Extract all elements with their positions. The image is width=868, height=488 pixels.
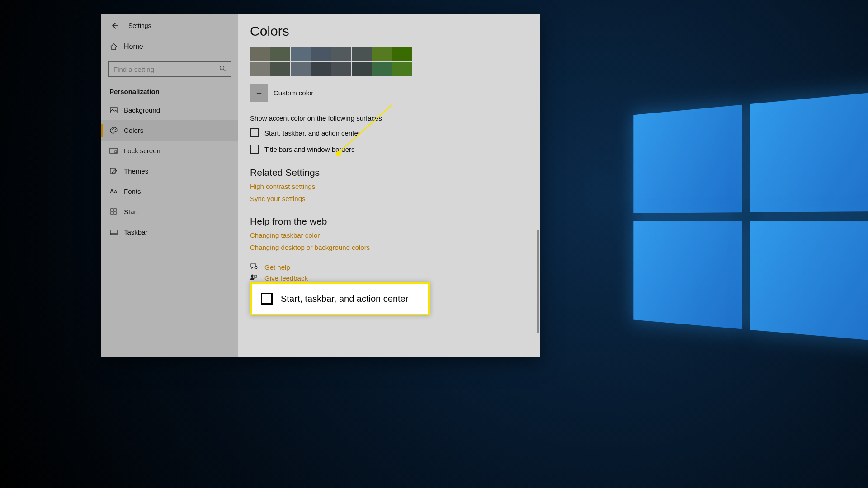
sidebar-section-label: Personalization	[101, 81, 238, 100]
sidebar: Settings Home Personalization Background…	[101, 14, 238, 357]
home-icon	[109, 43, 118, 51]
color-swatch[interactable]	[392, 62, 412, 76]
svg-rect-13	[110, 168, 115, 173]
checkbox-start-taskbar-action-center[interactable]: Start, taskbar, and action center	[250, 128, 528, 137]
color-swatch[interactable]	[372, 62, 392, 76]
sidebar-item-background[interactable]: Background	[101, 100, 238, 120]
taskbar-icon	[109, 230, 118, 235]
search-icon	[219, 65, 226, 73]
color-swatch[interactable]	[331, 47, 351, 61]
settings-window: Settings Home Personalization Background…	[101, 14, 540, 357]
help-heading: Help from the web	[250, 216, 528, 227]
checkbox-icon	[250, 145, 259, 154]
annotation-dot	[336, 151, 341, 156]
sidebar-item-label: Start	[124, 208, 138, 216]
svg-point-5	[220, 66, 224, 70]
themes-icon	[109, 168, 118, 175]
color-swatches	[250, 47, 528, 76]
color-swatch[interactable]	[372, 47, 392, 61]
app-title: Settings	[128, 22, 151, 29]
chat-icon	[250, 263, 258, 271]
color-swatch[interactable]	[352, 47, 372, 61]
sidebar-item-label: Lock screen	[124, 147, 160, 155]
sidebar-item-themes[interactable]: Themes	[101, 161, 238, 181]
color-swatch[interactable]	[311, 47, 331, 61]
lock-screen-icon	[109, 148, 118, 154]
search-box[interactable]	[108, 61, 231, 77]
fonts-icon: AA	[109, 188, 118, 195]
palette-icon	[109, 127, 118, 134]
checkbox-icon	[261, 293, 273, 305]
callout-label: Start, taskbar, and action center	[281, 294, 408, 304]
link-sync-settings[interactable]: Sync your settings	[250, 195, 528, 202]
checkbox-label: Start, taskbar, and action center	[264, 129, 360, 137]
color-swatch[interactable]	[270, 62, 290, 76]
color-swatch[interactable]	[352, 62, 372, 76]
svg-point-9	[113, 128, 114, 129]
scrollbar-thumb[interactable]	[537, 230, 539, 333]
custom-color-label: Custom color	[274, 89, 313, 97]
related-settings-heading: Related Settings	[250, 167, 528, 178]
link-help-desktop-colors[interactable]: Changing desktop or background colors	[250, 244, 528, 251]
color-swatch[interactable]	[270, 47, 290, 61]
sidebar-home[interactable]: Home	[101, 37, 238, 56]
svg-point-21	[251, 275, 254, 277]
sidebar-item-fonts[interactable]: AA Fonts	[101, 181, 238, 202]
sidebar-item-taskbar[interactable]: Taskbar	[101, 222, 238, 242]
search-input[interactable]	[113, 66, 219, 73]
page-title: Colors	[250, 23, 528, 39]
svg-rect-14	[111, 209, 113, 211]
annotation-callout: Start, taskbar, and action center	[250, 282, 430, 315]
svg-point-8	[112, 129, 113, 130]
sidebar-item-label: Fonts	[124, 188, 141, 195]
surfaces-heading: Show accent color on the following surfa…	[250, 114, 528, 122]
color-swatch[interactable]	[311, 62, 331, 76]
color-swatch[interactable]	[250, 62, 270, 76]
sidebar-home-label: Home	[124, 42, 143, 51]
checkbox-title-bars-borders[interactable]: Title bars and window borders	[250, 145, 528, 154]
get-help-row[interactable]: Get help	[250, 263, 528, 271]
link-help-taskbar-color[interactable]: Changing taskbar color	[250, 231, 528, 239]
svg-rect-18	[110, 230, 117, 235]
sidebar-item-label: Background	[124, 106, 160, 114]
color-swatch[interactable]	[331, 62, 351, 76]
color-swatch[interactable]	[291, 62, 311, 76]
color-swatch[interactable]	[250, 47, 270, 61]
sidebar-item-label: Themes	[124, 167, 148, 175]
sidebar-item-start[interactable]: Start	[101, 202, 238, 222]
color-swatch[interactable]	[291, 47, 311, 61]
content-pane: Colors ＋ Custom color Show accent color …	[238, 14, 540, 357]
feedback-icon	[250, 274, 258, 282]
get-help-link[interactable]: Get help	[264, 263, 290, 271]
svg-line-6	[224, 70, 226, 71]
svg-rect-12	[115, 151, 117, 153]
svg-rect-16	[111, 212, 113, 214]
checkbox-icon	[250, 128, 259, 137]
link-high-contrast[interactable]: High contrast settings	[250, 183, 528, 190]
picture-icon	[109, 107, 118, 113]
custom-color-button[interactable]: ＋	[250, 84, 268, 102]
give-feedback-link[interactable]: Give feedback	[264, 274, 308, 282]
sidebar-item-colors[interactable]: Colors	[101, 120, 238, 141]
color-swatch[interactable]	[392, 47, 412, 61]
svg-rect-17	[114, 212, 116, 214]
svg-point-10	[115, 129, 116, 130]
give-feedback-row[interactable]: Give feedback	[250, 274, 528, 282]
checkbox-label: Title bars and window borders	[264, 145, 355, 153]
desktop-windows-logo	[633, 90, 868, 352]
start-icon	[109, 208, 118, 215]
back-button[interactable]	[109, 21, 119, 31]
sidebar-item-label: Colors	[124, 127, 143, 134]
svg-rect-15	[114, 209, 116, 211]
sidebar-item-label: Taskbar	[124, 228, 148, 236]
sidebar-item-lock-screen[interactable]: Lock screen	[101, 141, 238, 161]
